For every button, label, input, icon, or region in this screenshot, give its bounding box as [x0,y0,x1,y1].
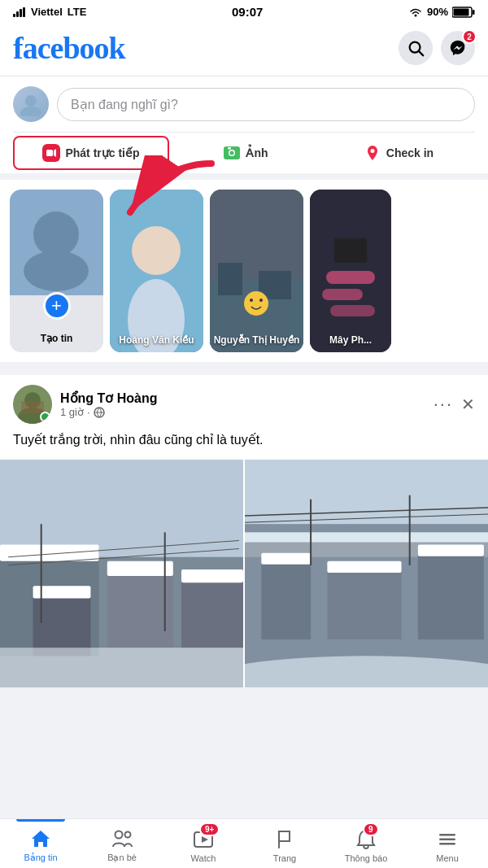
svg-rect-12 [46,150,53,156]
svg-rect-56 [107,565,173,648]
battery-label: 90% [427,6,448,18]
svg-point-10 [25,95,37,107]
nav-pages-label: Trang [273,853,296,863]
user-avatar [13,86,49,122]
svg-point-78 [245,656,488,687]
svg-point-28 [137,229,176,268]
facebook-logo: facebook [13,30,125,66]
svg-marker-86 [202,836,208,843]
svg-rect-55 [0,545,99,561]
svg-rect-62 [0,648,243,687]
nav-notifications-label: Thông báo [345,853,388,863]
nav-notifications[interactable]: 9 Thông báo [325,819,407,868]
post-image-2[interactable] [245,460,488,687]
svg-rect-76 [418,549,484,639]
create-story-preview [10,190,103,295]
create-story-plus: + [43,292,71,320]
post-box: Bạn đang nghĩ gì? Phát trực tiếp Ảnh [0,76,488,173]
live-label: Phát trực tiếp [65,146,139,159]
menu-icon [436,828,459,851]
post-header: Hổng Tơ Hoàng 1 giờ · ··· ✕ [0,375,488,430]
svg-rect-74 [327,565,401,639]
post-input[interactable]: Bạn đang nghĩ gì? [57,88,475,121]
svg-line-9 [419,51,423,55]
checkin-label: Check in [386,146,434,159]
svg-rect-72 [261,557,311,639]
nav-friends[interactable]: Bạn bè [81,819,163,868]
checkin-icon [364,144,381,162]
svg-rect-77 [418,545,484,556]
svg-point-18 [370,149,374,153]
photo-icon [223,144,241,162]
svg-rect-44 [334,238,367,263]
create-story-card[interactable]: + Tạo tin [10,190,103,352]
story-label-1: Hoàng Văn Kiều [110,334,203,346]
svg-point-16 [230,151,234,155]
svg-rect-71 [245,532,488,542]
svg-rect-6 [454,8,469,15]
story-label-2: Nguyễn Thị Huyền [210,334,303,346]
live-icon [42,144,60,162]
network-label: LTE [68,6,87,18]
bottom-nav: Bảng tin Bạn bè 9+ Watch Trang 9 Thông b… [0,818,488,868]
nav-menu-label: Menu [436,853,459,863]
search-button[interactable] [399,31,433,65]
nav-home[interactable]: Bảng tin [0,819,81,868]
checkin-button[interactable]: Check in [322,136,475,170]
messenger-button[interactable]: 2 [441,31,475,65]
post-text: Tuyết trắng trời, nhìn đâu cũng chỉ là t… [0,430,488,460]
create-story-label: Tạo tin [10,333,103,344]
app-header: facebook 2 [0,24,488,76]
post-image-1[interactable] [0,460,243,687]
svg-rect-48 [21,401,44,413]
header-actions: 2 [399,31,475,65]
live-button[interactable]: Phát trực tiếp [13,136,169,170]
svg-marker-13 [54,149,56,157]
story-card-3[interactable]: Mây Ph... [310,190,391,352]
nav-home-label: Bảng tin [24,853,57,863]
svg-point-37 [259,299,263,302]
svg-rect-7 [473,10,475,15]
post-actions: Phát trực tiếp Ảnh Check in [13,133,475,173]
svg-point-35 [244,291,268,316]
photo-button[interactable]: Ảnh [169,136,322,170]
status-bar: Viettel LTE 09:07 90% [0,0,488,24]
svg-rect-3 [23,7,25,17]
story-label-3: Mây Ph... [310,334,391,346]
svg-rect-89 [439,843,455,845]
nav-pages[interactable]: Trang [244,819,325,868]
svg-rect-0 [13,14,15,17]
nav-watch[interactable]: 9+ Watch [163,819,244,868]
svg-rect-43 [330,305,375,316]
svg-rect-73 [261,553,311,565]
svg-rect-57 [107,561,173,576]
post-more-options[interactable]: ··· [434,394,453,415]
svg-rect-58 [181,574,243,648]
story-card-2[interactable]: Nguyễn Thị Huyền [210,190,303,352]
svg-point-21 [33,212,79,257]
svg-point-11 [20,107,41,116]
story-card-1[interactable]: Hoàng Văn Kiều [110,190,203,352]
svg-rect-2 [20,9,22,17]
privacy-icon [94,407,105,418]
post-author-name: Hổng Tơ Hoàng [60,390,434,406]
signal-icon [13,7,28,17]
svg-rect-17 [228,147,231,150]
svg-point-36 [250,299,253,302]
post-close-button[interactable]: ✕ [461,395,475,414]
svg-point-22 [24,251,89,291]
svg-rect-1 [16,11,19,17]
friends-icon [111,827,133,850]
story-image-3 [310,190,391,352]
nav-menu[interactable]: Menu [407,819,488,868]
flag-icon [273,828,296,851]
carrier-label: Viettel [31,6,63,18]
nav-watch-label: Watch [191,853,216,863]
svg-point-84 [125,832,131,838]
home-icon [29,827,52,850]
messenger-badge: 2 [462,29,477,44]
time-label: 09:07 [232,5,263,19]
post-images [0,460,488,687]
svg-point-4 [414,14,416,16]
story-image-2 [210,190,303,352]
